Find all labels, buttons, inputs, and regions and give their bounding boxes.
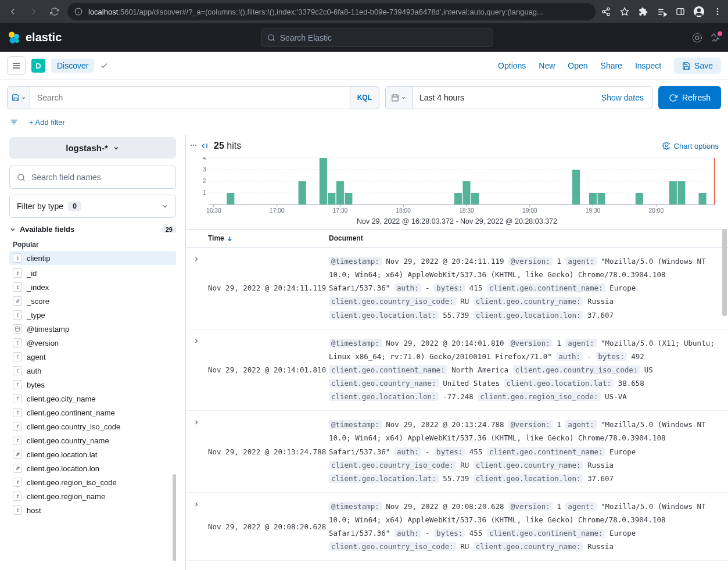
available-fields-label: Available fields (20, 225, 74, 234)
svg-rect-87 (699, 193, 707, 205)
expand-row-button[interactable] (193, 338, 200, 345)
svg-text:4: 4 (203, 157, 206, 161)
field-name: bytes (27, 381, 45, 389)
nav-open[interactable]: Open (568, 61, 587, 70)
svg-point-22 (10, 37, 16, 44)
field-item[interactable]: thost (9, 503, 176, 517)
dots-icon[interactable] (189, 141, 198, 149)
time-column-header[interactable]: Time (207, 234, 329, 242)
url-bar[interactable]: localhost:5601/app/discover#/?_a=(column… (67, 3, 596, 20)
content-scrollbar[interactable] (722, 229, 727, 316)
row-time: Nov 29, 2022 @ 20:13:24.788 (207, 418, 329, 485)
document-column-header[interactable]: Document (329, 234, 728, 242)
histogram-chart[interactable]: 123416:3017:0017:3018:0018:3019:0019:302… (195, 157, 719, 215)
field-item[interactable]: tbytes (9, 378, 176, 392)
reload-button[interactable] (46, 3, 63, 20)
forward-button[interactable] (26, 3, 42, 20)
show-dates-button[interactable]: Show dates (593, 87, 652, 109)
chrome-toolbar-icons (600, 6, 723, 17)
svg-text:17:30: 17:30 (333, 207, 348, 214)
newsfeed-icon[interactable] (711, 33, 721, 43)
field-item[interactable]: @timestamp (9, 322, 176, 336)
playlist-icon[interactable] (656, 6, 668, 17)
field-item[interactable]: tclient.geo.continent_name (9, 406, 176, 420)
field-item[interactable]: t_id (9, 266, 176, 280)
extensions-icon[interactable] (637, 6, 649, 17)
profile-icon[interactable] (693, 6, 705, 17)
filter-menu-button[interactable] (7, 115, 21, 129)
kql-toggle[interactable]: KQL (350, 86, 379, 109)
date-range-display[interactable]: Last 4 hours (413, 87, 593, 109)
field-item[interactable]: #_score (9, 294, 176, 308)
filter-by-type[interactable]: Filter by type 0 (9, 195, 176, 218)
field-name: _type (27, 311, 45, 320)
field-search-input[interactable]: Search field names (9, 166, 176, 189)
field-item[interactable]: #client.geo.location.lat (9, 447, 176, 461)
nav-share[interactable]: Share (601, 61, 622, 70)
help-icon[interactable] (692, 33, 702, 43)
field-type-icon: t (13, 268, 22, 278)
field-key: agent: (565, 502, 596, 511)
collapse-icon[interactable] (200, 141, 209, 150)
nav-inspect[interactable]: Inspect (635, 61, 661, 70)
field-item[interactable]: tclient.geo.region_iso_code (9, 475, 176, 489)
svg-point-4 (603, 10, 605, 13)
global-search[interactable]: Search Elastic (261, 28, 493, 47)
elastic-logo[interactable]: elastic (7, 31, 62, 45)
breadcrumb-app[interactable]: Discover (51, 59, 94, 73)
time-header-label: Time (208, 234, 224, 242)
field-item[interactable]: t_type (9, 308, 176, 322)
date-quick-button[interactable] (386, 87, 413, 109)
svg-text:19:30: 19:30 (586, 207, 601, 214)
nav-toggle-button[interactable] (7, 56, 26, 75)
field-name: client.geo.country_name (27, 436, 109, 445)
expand-row-button[interactable] (193, 256, 200, 263)
field-key: @timestamp: (329, 502, 382, 511)
back-button[interactable] (5, 3, 21, 20)
field-item[interactable]: tclient.geo.country_iso_code (9, 420, 176, 433)
field-key: @version: (508, 502, 553, 511)
svg-rect-73 (299, 181, 306, 205)
expand-row-button[interactable] (193, 501, 200, 508)
sidebar-scrollbar[interactable] (173, 474, 176, 561)
menu-icon[interactable] (712, 6, 723, 17)
chart-options-button[interactable]: Chart options (662, 142, 719, 150)
save-button[interactable]: Save (674, 58, 721, 74)
panel-icon[interactable] (675, 6, 686, 17)
save-label: Save (694, 61, 713, 70)
svg-rect-84 (636, 193, 643, 205)
index-pattern-select[interactable]: logstash-* (9, 137, 176, 159)
svg-line-25 (272, 39, 274, 41)
field-item[interactable]: t_index (9, 280, 176, 294)
nav-new[interactable]: New (539, 61, 555, 70)
svg-rect-13 (677, 9, 684, 15)
field-item[interactable]: tauth (9, 364, 176, 378)
elastic-brand-text: elastic (26, 31, 62, 44)
refresh-button[interactable]: Refresh (658, 86, 721, 109)
share-icon[interactable] (600, 6, 612, 17)
layout-icons (189, 141, 209, 150)
svg-point-20 (9, 31, 15, 38)
field-item[interactable]: tclient.geo.region_name (9, 489, 176, 503)
field-item[interactable]: #client.geo.location.lon (9, 461, 176, 475)
field-type-icon: t (13, 366, 22, 375)
add-filter-button[interactable]: + Add filter (29, 118, 65, 127)
svg-rect-86 (677, 181, 685, 205)
svg-rect-81 (572, 170, 580, 205)
saved-query-button[interactable] (7, 86, 30, 109)
expand-row-button[interactable] (193, 419, 200, 426)
field-item[interactable]: t@version (9, 336, 176, 350)
filter-bar: + Add filter (0, 115, 728, 135)
field-key: auth: (556, 352, 583, 361)
nav-options[interactable]: Options (498, 61, 526, 70)
field-item[interactable]: tclient.geo.country_name (9, 433, 176, 447)
star-icon[interactable] (619, 6, 630, 17)
app-nav: D Discover Options New Open Share Inspec… (0, 52, 728, 80)
field-item-popular[interactable]: t clientip (9, 251, 176, 265)
header-right-icons (692, 33, 721, 43)
svg-point-44 (195, 145, 196, 146)
query-input[interactable] (30, 86, 350, 109)
field-item[interactable]: tagent (9, 350, 176, 364)
field-item[interactable]: tclient.geo.city_name (9, 392, 176, 406)
available-fields-header[interactable]: Available fields 29 (9, 225, 176, 234)
